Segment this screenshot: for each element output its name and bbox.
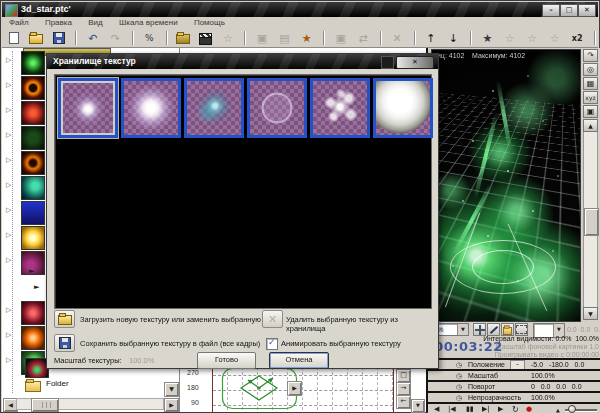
go-to-start-button[interactable]: |◀ [448, 405, 456, 413]
grid-toggle-button[interactable]: ▦ [583, 77, 598, 90]
menu-timeline[interactable]: Шкала времени [112, 17, 185, 29]
maximize-button[interactable]: □ [560, 4, 578, 17]
tree-expander[interactable]: ▷ [6, 206, 11, 214]
particles-percent-button[interactable]: % [140, 30, 158, 46]
add-star-button[interactable]: ☆ [219, 30, 237, 46]
speed-slider-handle[interactable] [568, 405, 576, 413]
redo-button[interactable]: ↷ [106, 30, 124, 46]
particle-preview[interactable] [431, 49, 581, 322]
import-button[interactable]: ▤ [275, 30, 293, 46]
tree-hscroll-thumb[interactable] [31, 398, 59, 412]
texture-spiral[interactable] [184, 78, 244, 138]
rotate-view-button[interactable]: ↷ [583, 49, 598, 62]
property-value[interactable]: -5.0 -180.0 0.0 [531, 361, 584, 368]
property-row-scale[interactable]: ◷ Масштаб 100.0% [428, 369, 600, 380]
record-button[interactable]: ● [526, 405, 532, 413]
property-row-position[interactable]: ◷ Положение ~ -5.0 -180.0 0.0 [428, 358, 600, 369]
animate-checkbox[interactable]: ✓ [266, 338, 278, 350]
texture-cloud-ring[interactable] [310, 78, 370, 138]
tree-expander[interactable]: ▷ [6, 356, 11, 364]
delete-texture-button[interactable]: ✕ [262, 310, 283, 328]
graph-box-button[interactable]: □ [396, 369, 411, 383]
new-file-button[interactable] [5, 30, 23, 46]
orbit-view-button[interactable]: ◎ [583, 63, 598, 76]
tree-folder-label[interactable]: Folder [46, 379, 69, 388]
emitter-thumbnail[interactable] [21, 326, 45, 350]
emitter-thumbnail[interactable] [21, 76, 45, 100]
property-value[interactable]: 100.0% [531, 372, 555, 379]
preview-scroll-thumb[interactable] [584, 208, 599, 236]
emitter-folder-button[interactable] [174, 30, 192, 46]
keyframe-clock-icon[interactable]: ◷ [456, 383, 462, 391]
save-texture-button[interactable] [54, 334, 75, 352]
graph-play-button[interactable]: ▶ [287, 381, 302, 396]
play-forward-button[interactable]: ▶ [498, 405, 503, 413]
keyframe-clock-icon[interactable]: ◷ [456, 394, 462, 402]
graph-next-button[interactable]: → [396, 382, 411, 396]
copy-button[interactable]: ▣ [332, 30, 350, 46]
load-texture-button[interactable] [54, 310, 75, 328]
x2-button[interactable]: x2 [568, 30, 586, 46]
emitter-thumbnail[interactable] [21, 101, 45, 125]
cancel-button[interactable]: Отмена [269, 352, 329, 369]
export-button[interactable]: ▣ [253, 30, 271, 46]
emitter-thumbnail[interactable] [21, 201, 45, 225]
video-clapper-button[interactable] [197, 30, 215, 46]
magic-star-button[interactable]: ★ [298, 30, 316, 46]
done-button[interactable]: Готово [197, 352, 256, 369]
tree-expander[interactable]: ▷ [6, 131, 11, 139]
tree-expander[interactable]: ▷ [6, 181, 11, 189]
emitter-thumbnail[interactable] [21, 226, 45, 250]
dialog-title-bar[interactable]: Хранилище текстур ✕ [47, 54, 438, 69]
menu-help[interactable]: Помощь [187, 17, 232, 29]
tree-expander[interactable]: ▷ [6, 256, 11, 264]
tree-expander[interactable]: ▷ [6, 106, 11, 114]
zoom-combo-arrow[interactable]: ▼ [457, 324, 468, 335]
menu-edit[interactable]: Правка [38, 17, 79, 29]
emitter-thumbnail[interactable] [21, 151, 45, 175]
undo-button[interactable]: ↶ [84, 30, 102, 46]
pause-button[interactable]: ▮▮ [466, 405, 474, 413]
tree-hscroll-right[interactable]: ▶ [164, 398, 179, 412]
open-file-button[interactable] [27, 30, 45, 46]
tree-expander[interactable]: ▷ [6, 56, 11, 64]
graph-dropdown-button[interactable]: ▼ [411, 399, 425, 413]
minimize-button[interactable]: – [542, 4, 560, 17]
star-c-button[interactable]: ☆ [546, 30, 564, 46]
dialog-aux-button[interactable] [381, 56, 394, 69]
graph-prev-button[interactable]: ← [396, 395, 411, 409]
property-row-opacity[interactable]: ◷ Непрозрачность 100.0% [428, 391, 600, 402]
texture-solid-sphere[interactable] [373, 78, 433, 138]
emitter-thumbnail[interactable] [21, 51, 45, 75]
move-up-button[interactable]: ↑ [422, 30, 440, 46]
emitter-thumbnail[interactable] [21, 126, 45, 150]
dialog-close-button[interactable]: ✕ [396, 56, 434, 69]
property-value[interactable]: 100.0% [531, 394, 555, 401]
emitter-thumbnail[interactable] [21, 301, 45, 325]
axes-xyz-button[interactable]: xyz [583, 91, 598, 104]
preview-scroll-down[interactable]: ▼ [583, 307, 598, 320]
tree-expander[interactable]: ▷ [6, 331, 11, 339]
tree-expander[interactable]: ▷ [6, 306, 11, 314]
swap-button[interactable]: ⇄ [354, 30, 372, 46]
tree-expander[interactable]: ▷ [6, 156, 11, 164]
go-to-end-button[interactable]: ▶| [482, 405, 490, 413]
play-backward-button[interactable]: ◀ [434, 405, 439, 413]
property-value[interactable]: 0 0.0 0.0 0.0 [531, 383, 582, 390]
tree-vscroll-down[interactable]: ▼ [164, 382, 179, 397]
tree-expander[interactable]: ▷ [6, 231, 11, 239]
texture-large-glow[interactable] [121, 78, 181, 138]
keyframe-clock-icon[interactable]: ◷ [456, 361, 462, 369]
close-button[interactable]: ✕ [578, 4, 596, 17]
emitter-thumbnail[interactable] [21, 176, 45, 200]
move-down-button[interactable]: ↓ [444, 30, 462, 46]
menu-view[interactable]: Вид [81, 17, 109, 29]
fit-view-button[interactable]: ▣ [583, 105, 598, 118]
tree-expander[interactable]: ▷ [6, 81, 11, 89]
loop-button[interactable]: ↻ [512, 405, 519, 413]
property-row-rotation[interactable]: ◷ Поворот 0 0.0 0.0 0.0 [428, 380, 600, 391]
keyframe-clock-icon[interactable]: ◷ [456, 372, 462, 380]
save-file-button[interactable] [50, 30, 68, 46]
star-a-button[interactable]: ☆ [501, 30, 519, 46]
star-tool-button[interactable]: ★ [478, 30, 496, 46]
